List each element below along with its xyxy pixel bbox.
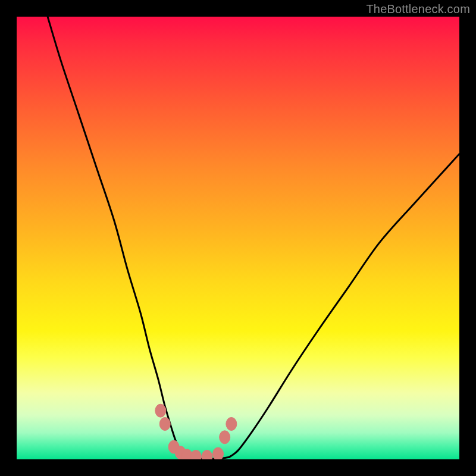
watermark-text: TheBottleneck.com xyxy=(366,2,470,16)
marker-dot xyxy=(155,404,166,417)
marker-dot xyxy=(190,450,201,459)
left-branch-line xyxy=(48,17,185,457)
marker-dot xyxy=(213,447,224,459)
marker-dot xyxy=(202,450,212,459)
marker-dot xyxy=(220,431,230,444)
curve-lines xyxy=(48,17,459,459)
marker-dot xyxy=(159,417,170,430)
plot-area xyxy=(17,17,459,459)
right-branch-line xyxy=(229,154,459,458)
marker-dot xyxy=(226,417,237,430)
chart-svg xyxy=(17,17,459,459)
chart-frame: TheBottleneck.com xyxy=(0,0,476,476)
